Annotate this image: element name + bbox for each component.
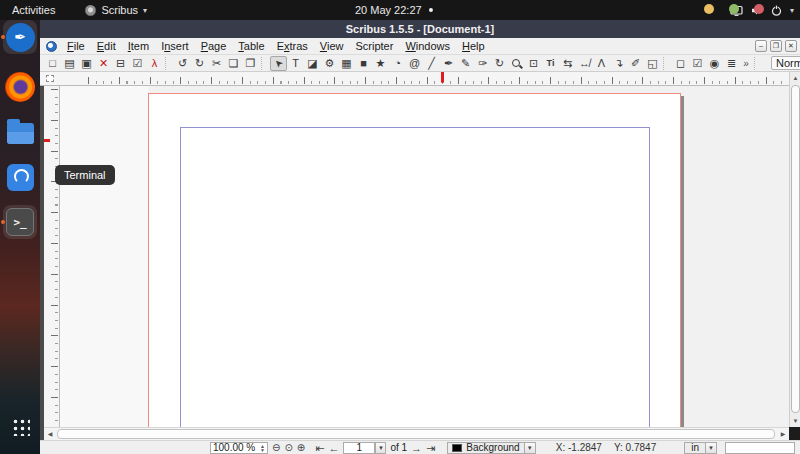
page-number-input[interactable]: 1 <box>343 442 375 454</box>
previous-page-button[interactable]: ← <box>328 442 339 454</box>
appearance-mode-select[interactable]: Normal ▾ <box>771 56 800 70</box>
mdi-close-button[interactable]: ✕ <box>785 40 797 52</box>
insert-arc-tool[interactable]: ◔ <box>389 56 406 71</box>
insert-calligraphic-tool[interactable]: ✑ <box>474 56 491 71</box>
desktop-screen: Activities Scribus ▾ 20 May 22:27 ▾ <box>0 0 800 454</box>
cursor-coordinates: X: -1.2847 Y: 0.7847 <box>556 442 656 453</box>
menu-scripter[interactable]: Scripter <box>350 38 400 55</box>
ruler-origin-box[interactable] <box>40 72 60 86</box>
redo-button[interactable]: ↻ <box>191 56 208 71</box>
toolbar-buttons: □▤▣✕⊟☑λ↺↻✂❏❐➤T◪⚙▦■★◔@╱✒✎✑↻⊡Ti⇆↮Λ↴✐◱◻☑◉≣» <box>44 56 763 71</box>
unlink-text-frames-tool[interactable]: ↮ <box>576 56 593 71</box>
unit-combo: in <box>684 442 706 454</box>
window-close-button[interactable] <box>754 4 764 14</box>
mdi-minimize-button[interactable]: – <box>755 40 767 52</box>
link-text-frames-tool[interactable]: ⇆ <box>559 56 576 71</box>
edit-contents-tool[interactable]: ⊡ <box>525 56 542 71</box>
layer-selector[interactable]: Background ▼ <box>447 442 535 454</box>
pdf-radio-button-tool[interactable]: ◉ <box>706 56 723 71</box>
eye-dropper-tool[interactable]: ✐ <box>627 56 644 71</box>
menu-item[interactable]: Item <box>122 38 155 55</box>
print-button[interactable]: ⊟ <box>112 56 129 71</box>
pdf-tools-overflow[interactable]: » <box>740 56 752 71</box>
unit-select-caret-icon[interactable]: ▼ <box>706 442 717 454</box>
insert-line-tool[interactable]: ╱ <box>423 56 440 71</box>
zoom-tool[interactable] <box>508 56 525 71</box>
insert-polygon-tool[interactable]: ★ <box>372 56 389 71</box>
window-minimize-button[interactable] <box>704 4 714 14</box>
horizontal-scrollbar-thumb[interactable] <box>57 429 775 439</box>
menu-file[interactable]: File <box>61 38 91 55</box>
insert-image-frame-tool[interactable]: ◪ <box>304 56 321 71</box>
menu-extras[interactable]: Extras <box>271 38 314 55</box>
app-menu-button[interactable]: Scribus ▾ <box>85 0 147 20</box>
insert-table-tool[interactable]: ▦ <box>338 56 355 71</box>
zoom-100-button[interactable]: ⊙ <box>284 442 292 454</box>
export-pdf-button[interactable]: λ <box>146 56 163 71</box>
pdf-push-button-tool[interactable]: ◻ <box>672 56 689 71</box>
vertical-scrollbar-thumb[interactable] <box>791 85 800 413</box>
copy-button[interactable]: ❏ <box>225 56 242 71</box>
undo-button[interactable]: ↺ <box>174 56 191 71</box>
files-launcher[interactable] <box>3 115 37 149</box>
pdf-checkbox-tool[interactable]: ☑ <box>689 56 706 71</box>
story-editor-button[interactable]: Ti <box>542 56 559 71</box>
firefox-launcher[interactable] <box>3 70 37 104</box>
insert-freehand-tool[interactable]: ✎ <box>457 56 474 71</box>
insert-shape-tool[interactable]: ■ <box>355 56 372 71</box>
copy-properties-tool[interactable]: ↴ <box>610 56 627 71</box>
new-document-button[interactable]: □ <box>44 56 61 71</box>
scribus-launcher[interactable]: ✒ <box>3 20 37 54</box>
preflight-verifier-button[interactable]: ☑ <box>129 56 146 71</box>
insert-text-frame-tool[interactable]: T <box>287 56 304 71</box>
menu-view[interactable]: View <box>314 38 350 55</box>
show-applications-button[interactable] <box>11 417 30 436</box>
ubuntu-software-launcher[interactable] <box>3 160 37 194</box>
first-page-button[interactable]: ⇤ <box>315 442 324 454</box>
zoom-out-button[interactable]: ⊖ <box>272 442 280 454</box>
open-document-button[interactable]: ▤ <box>61 56 78 71</box>
menu-insert[interactable]: Insert <box>155 38 195 55</box>
rotate-item-tool[interactable]: ↻ <box>491 56 508 71</box>
terminal-launcher[interactable]: >_ <box>3 205 37 239</box>
scroll-down-arrow-icon[interactable]: ▼ <box>790 415 800 427</box>
insert-bezier-tool[interactable]: ✒ <box>440 56 457 71</box>
horizontal-scrollbar[interactable]: ◀ ▶ <box>44 427 789 440</box>
spinbox-arrows-icon[interactable]: ▲▼ <box>260 444 265 452</box>
vertical-scrollbar[interactable]: ▲ ▼ <box>789 72 800 427</box>
window-title-bar[interactable]: Scribus 1.5.5 - [Document-1] <box>40 20 800 38</box>
save-document-button[interactable]: ▣ <box>78 56 95 71</box>
page-select-caret-icon[interactable]: ▼ <box>375 442 386 454</box>
window-maximize-button[interactable] <box>729 4 739 14</box>
vertical-ruler[interactable] <box>44 86 60 427</box>
pdf-listbox-tool[interactable]: ≣ <box>723 56 740 71</box>
close-document-button[interactable]: ✕ <box>95 56 112 71</box>
frame-tools-button[interactable]: ◱ <box>644 56 661 71</box>
menu-edit[interactable]: Edit <box>91 38 122 55</box>
unit-selector[interactable]: in ▼ <box>660 442 717 454</box>
menu-help[interactable]: Help <box>456 38 491 55</box>
activities-button[interactable]: Activities <box>0 0 67 20</box>
menu-table[interactable]: Table <box>232 38 270 55</box>
insert-spiral-tool[interactable]: @ <box>406 56 423 71</box>
paste-button[interactable]: ❐ <box>242 56 259 71</box>
document-page[interactable] <box>148 93 681 427</box>
layer-select-caret-icon[interactable]: ▼ <box>525 442 536 454</box>
insert-render-frame-tool[interactable]: ⚙ <box>321 56 338 71</box>
next-page-button[interactable]: → <box>411 442 422 454</box>
clock-button[interactable]: 20 May 22:27 <box>355 0 433 20</box>
select-item-tool[interactable]: ➤ <box>270 56 287 71</box>
scroll-up-arrow-icon[interactable]: ▲ <box>790 72 800 84</box>
document-canvas[interactable] <box>60 86 789 427</box>
menu-page[interactable]: Page <box>195 38 233 55</box>
mdi-restore-button[interactable]: ❐ <box>770 40 782 52</box>
menu-windows[interactable]: Windows <box>399 38 456 55</box>
tooltip-text: Terminal <box>64 169 106 181</box>
last-page-button[interactable]: ⇥ <box>426 442 435 454</box>
measurements-tool[interactable]: Λ <box>593 56 610 71</box>
cut-button[interactable]: ✂ <box>208 56 225 71</box>
window-title: Scribus 1.5.5 - [Document-1] <box>346 23 495 35</box>
zoom-in-button[interactable]: ⊕ <box>297 442 305 454</box>
horizontal-ruler[interactable] <box>60 72 789 86</box>
zoom-level-spinbox[interactable]: 100.00 % ▲▼ <box>210 442 268 454</box>
